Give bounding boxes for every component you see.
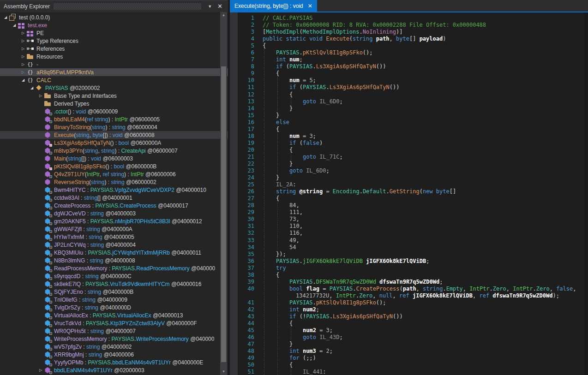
code-line[interactable]: 8if (PAYSIAS.Ls3XgiAs6pSHfQaTyN()) (230, 63, 584, 70)
code-line-content[interactable]: 111, (260, 209, 584, 216)
tree-item[interactable]: dgWJCveVD : string @04000003 (0, 209, 228, 217)
code-line[interactable]: 26string @string = Encoding.Default.GetS… (230, 188, 584, 195)
code-line-content[interactable]: IL_2A: (260, 181, 584, 188)
tree-item[interactable]: SQjFYJEno : string @0400000B (0, 288, 228, 296)
code-line-content[interactable]: } (260, 105, 584, 112)
code-line-content[interactable]: { (260, 195, 584, 202)
code-line[interactable]: 44{ (230, 320, 584, 327)
code-line[interactable]: 47} (230, 341, 584, 348)
code-line-content[interactable]: if (false) (260, 140, 584, 147)
code-line-content[interactable]: bool flag = PAYSIAS.CreateProcess(path, … (260, 286, 584, 292)
tree-item[interactable]: BinaryToString(string) : string @0600000… (0, 123, 228, 131)
code-line[interactable]: 7int num; (230, 56, 584, 63)
code-line[interactable]: 32116, (230, 230, 584, 237)
code-line[interactable]: 134217732U, IntPtr.Zero, null, ref jIGFX… (230, 292, 584, 299)
code-line[interactable]: 48int num3 = 2; (230, 348, 584, 355)
panel-menu-caret-icon[interactable]: ▼ (205, 4, 215, 9)
tree-item[interactable]: cctdw83Al : string[] @04000001 (0, 194, 228, 202)
code-line[interactable]: 3454 (230, 244, 584, 251)
tree-item[interactable]: Main(string[]) : void @06000003 (0, 155, 228, 162)
code-line[interactable]: 46goto IL_43D; (230, 334, 584, 341)
tree-item[interactable]: bbdNLEaM4(ref string) : IntPtr @06000005 (0, 115, 228, 123)
code-line[interactable]: 3349, (230, 237, 584, 244)
tree-item[interactable]: sk8ekE7lQ : PAYSIAS.VruTdk9VdkwmHlTYCm @… (0, 280, 228, 288)
tree-item[interactable]: Bwm4HlTYC : PAYSIAS.VpfgZvvdgWCveVDXP2 @… (0, 186, 228, 194)
tree-item[interactable]: VirtualAllocEx : PAYSIAS.VirtualAllocEx … (0, 311, 228, 319)
expander-closed-icon[interactable]: ▷ (19, 53, 27, 60)
tree-item[interactable]: N8Bn3lmNG : string @04000008 (0, 256, 228, 264)
code-line-content[interactable]: [MethodImpl(MethodImplOptions.NoInlining… (260, 29, 584, 36)
editor-scrollbar[interactable] (584, 12, 588, 375)
tree-item[interactable]: Derived Types (0, 100, 228, 107)
code-line[interactable]: 18num = 3; (230, 133, 584, 140)
code-line[interactable]: 2// Token: 0x06000008 RID: 8 RVA: 0x0000… (230, 22, 584, 29)
code-line-content[interactable]: try (260, 265, 584, 272)
expander-closed-icon[interactable]: ▷ (19, 37, 27, 45)
expander-closed-icon[interactable]: ▷ (19, 29, 27, 37)
code-line[interactable]: 51IL_441: (230, 369, 584, 375)
code-line-content[interactable]: } (260, 112, 584, 119)
tree-item[interactable]: XRR9bgMnj : string @04000006 (0, 351, 228, 358)
expander-closed-icon[interactable]: ▷ (19, 68, 27, 76)
code-line[interactable]: 31110, (230, 223, 584, 230)
code-line-content[interactable]: if (!PAYSIAS.Ls3XgiAs6pSHfQaTyN()) (260, 313, 584, 320)
expander-closed-icon[interactable]: ▷ (37, 92, 44, 100)
code-line-content[interactable]: else (260, 119, 584, 126)
tree-item[interactable]: ▷Type References (0, 37, 228, 45)
code-line[interactable]: 15} (230, 112, 584, 119)
tree-item[interactable]: gWWAFZjfl : string @0400000A (0, 225, 228, 233)
code-line[interactable]: 20{ (230, 147, 584, 154)
tree-item[interactable]: YyyfyOPMb : PAYSIAS.bbdLEaNM4s4v9T1UYr @… (0, 358, 228, 366)
code-line[interactable]: 6PAYSIAS.pKtSlQvl8I1g8pSFko(); (230, 49, 584, 56)
code-line-content[interactable]: PAYSIAS.DFSWaTn9R7q5wZD0Wd dfswaTn9R7q5w… (260, 279, 584, 286)
code-line-content[interactable]: num = 3; (260, 133, 584, 140)
code-line[interactable]: 45num2 = 3; (230, 327, 584, 334)
expander-open-icon[interactable]: ◢ (11, 21, 18, 29)
expander-closed-icon[interactable]: ▷ (19, 60, 27, 68)
code-line-content[interactable]: } (260, 341, 584, 348)
tree-item[interactable]: Ls3XgiAs6pSHfQaTyN() : bool @0600000A (0, 139, 228, 147)
code-line-content[interactable]: { (260, 42, 584, 49)
tree-item[interactable]: s9yrqqcdD : string @0400000C (0, 272, 228, 280)
tree-item[interactable]: ▷Base Type and Interfaces (0, 92, 228, 100)
tree-scrollbar[interactable]: ▲ ▼ (220, 12, 227, 375)
code-line[interactable]: 3073, (230, 216, 584, 223)
code-line[interactable]: 39PAYSIAS.DFSWaTn9R7q5wZD0Wd dfswaTn9R7q… (230, 279, 584, 286)
code-line-content[interactable]: int num; (260, 56, 584, 63)
tree-item[interactable]: Q4vZ9T1UY(IntPtr, ref string) : IntPtr @… (0, 170, 228, 178)
tree-item[interactable]: .cctor() : void @06000009 (0, 107, 228, 115)
code-line[interactable]: 23goto IL_6D0; (230, 167, 584, 174)
scrollbar-down-arrow-icon[interactable]: ▼ (220, 369, 227, 375)
code-line-content[interactable]: if (PAYSIAS.Ls3XgiAs6pSHfQaTyN()) (260, 63, 584, 70)
decompiled-code-editor[interactable]: 1// CALC.PAYSIAS2// Token: 0x06000008 RI… (230, 12, 588, 375)
code-line[interactable]: 11if (PAYSIAS.Ls3XgiAs6pSHfQaTyN()) (230, 84, 584, 91)
code-line[interactable]: 5{ (230, 42, 584, 49)
code-line[interactable]: 49for (;;) (230, 355, 584, 362)
tree-item[interactable]: WR0QPHs5t : string @04000007 (0, 327, 228, 335)
code-line-content[interactable]: { (260, 70, 584, 77)
code-line-content[interactable]: }); (260, 251, 584, 258)
tree-item[interactable]: VrucTdkVd : PAYSIAS.Ktp3PYZnZctw83AlyV @… (0, 319, 228, 327)
code-line[interactable]: 40bool flag = PAYSIAS.CreateProcess(path… (230, 286, 584, 292)
code-line[interactable]: 13goto IL_6D0; (230, 98, 584, 105)
tab-execute[interactable]: Execute(string, byte[]) : void ✕ (230, 0, 317, 12)
code-line-content[interactable]: num = 5; (260, 77, 584, 84)
code-line-content[interactable]: { (260, 320, 584, 327)
tree-item[interactable]: ◢test.exe (0, 21, 228, 29)
expander-closed-icon[interactable]: ▷ (37, 366, 44, 374)
code-line[interactable]: 14} (230, 105, 584, 112)
code-line[interactable]: 21goto IL_71C; (230, 154, 584, 161)
code-line[interactable]: 42int num2; (230, 306, 584, 313)
tree-item[interactable]: ▷PE (0, 29, 228, 37)
code-line[interactable]: 2884, (230, 202, 584, 209)
code-line-content[interactable]: public static void Execute(string path, … (260, 36, 584, 42)
code-line-content[interactable]: 134217732U, IntPtr.Zero, null, ref jIGFX… (260, 292, 584, 299)
tree-item[interactable]: ◢test (0.0.0.0) (0, 13, 228, 21)
code-line[interactable]: 4public static void Execute(string path,… (230, 36, 584, 42)
code-line-content[interactable]: 84, (260, 202, 584, 209)
code-line[interactable]: 12{ (230, 91, 584, 98)
expander-closed-icon[interactable]: ▷ (19, 45, 27, 53)
code-line-content[interactable]: 49, (260, 237, 584, 244)
code-line-content[interactable]: // CALC.PAYSIAS (260, 15, 584, 22)
code-line[interactable]: 37try (230, 265, 584, 272)
